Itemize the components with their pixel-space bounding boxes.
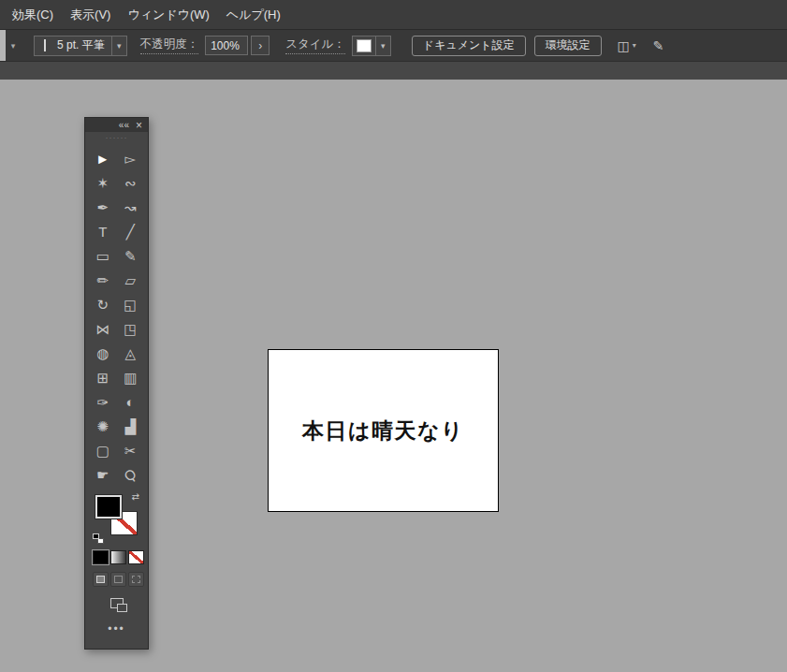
draw-modes-row [93,572,148,587]
document-tab-strip [0,62,787,80]
opacity-input[interactable] [205,36,248,55]
menubar: 効果(C) 表示(V) ウィンドウ(W) ヘルプ(H) [0,0,787,29]
width-tool-icon: ⋈ [95,322,109,336]
preferences-button[interactable]: 環境設定 [534,36,602,56]
eraser-tool-icon: ▱ [124,273,136,287]
curvature-tool[interactable]: ↝ [117,195,145,219]
style-label[interactable]: スタイル： [285,37,345,54]
pen-tool[interactable]: ✒ [89,195,117,219]
brush-stroke-preview [35,37,55,55]
menu-view[interactable]: 表示(V) [62,0,119,29]
magic-wand-tool-icon: ✶ [96,176,109,190]
eyedropper-tool[interactable]: ✑ [89,389,117,414]
paint-none-button[interactable] [128,550,144,564]
zoom-tool[interactable]: Ϙ [117,462,145,487]
draw-inside-button[interactable] [128,572,144,587]
fill-stroke-indicator: ⇄ [93,492,140,547]
edit-document-icon[interactable]: ✎ [653,38,664,53]
screen-mode-button[interactable] [107,595,127,611]
menu-window[interactable]: ウィンドウ(W) [119,0,217,29]
clipped-dropdown[interactable]: ▾ [6,41,21,51]
gradient-tool[interactable]: ▥ [117,365,145,389]
eyedropper-tool-icon: ✑ [96,395,109,409]
scale-tool-icon: ◱ [124,298,137,312]
perspective-grid-tool[interactable]: ◬ [117,341,145,365]
lasso-tool[interactable]: ∾ [117,170,145,195]
artboard-tool[interactable]: ▢ [89,438,117,462]
free-transform-tool[interactable]: ◳ [117,316,145,341]
menu-help[interactable]: ヘルプ(H) [218,0,289,29]
type-tool-icon: T [98,225,107,239]
magic-wand-tool[interactable]: ✶ [89,170,117,195]
opacity-presets-button[interactable]: › [251,36,270,55]
selection-tool[interactable]: ► [89,146,117,170]
paint-gradient-button[interactable] [110,550,126,564]
draw-behind-icon [114,576,123,583]
chevron-down-icon: ▾ [11,41,16,51]
opacity-label[interactable]: 不透明度： [140,37,199,54]
canvas-pasteboard[interactable]: «« × ······ ►▻✶∾✒↝T╱▭✎✏▱↻◱⋈◳◍◬⊞▥✑◐✺▟▢✂☛Ϙ… [0,80,787,672]
eraser-tool[interactable]: ▱ [117,268,145,292]
brush-label: 5 pt. 平筆 [55,37,111,53]
direct-selection-tool[interactable]: ▻ [117,146,145,170]
chevron-right-icon: › [258,39,262,52]
paintbrush-tool-icon: ✎ [124,249,137,263]
rectangle-tool-icon: ▭ [96,249,109,263]
artboard-text[interactable]: 本日は晴天なり [302,416,464,446]
app-window: 効果(C) 表示(V) ウィンドウ(W) ヘルプ(H) ▾ 5 pt. 平筆 ▾… [0,0,787,672]
shaper-tool-icon: ✏ [96,273,109,287]
default-fill-stroke-icon[interactable] [93,533,104,544]
hand-tool-icon: ☛ [96,468,109,482]
tools-grid: ►▻✶∾✒↝T╱▭✎✏▱↻◱⋈◳◍◬⊞▥✑◐✺▟▢✂☛Ϙ [85,144,148,487]
blend-tool[interactable]: ◐ [117,389,145,414]
menu-effect[interactable]: 効果(C) [4,0,62,29]
mesh-tool-icon: ⊞ [96,371,109,385]
column-graph-tool[interactable]: ▟ [117,414,145,438]
scale-tool[interactable]: ◱ [117,292,145,316]
symbol-sprayer-tool[interactable]: ✺ [89,414,117,438]
more-tools-button[interactable]: ••• [85,623,148,635]
shaper-tool[interactable]: ✏ [89,268,117,292]
document-setup-button[interactable]: ドキュメント設定 [412,36,526,56]
artboard[interactable]: 本日は晴天なり [268,349,499,512]
slice-tool[interactable]: ✂ [117,438,145,462]
panel-drag-grip[interactable]: ······ [85,132,148,144]
draw-normal-icon [96,576,105,583]
column-graph-tool-icon: ▟ [124,419,136,433]
close-panel-icon[interactable]: × [136,120,142,131]
hand-tool[interactable]: ☛ [89,462,117,487]
collapse-panel-icon[interactable]: «« [119,121,129,130]
selection-tool-icon: ► [95,152,109,166]
shape-builder-tool[interactable]: ◍ [89,341,117,365]
reference-point-selector[interactable]: ◫ ▾ [618,38,636,53]
shape-builder-tool-icon: ◍ [96,346,109,360]
type-tool[interactable]: T [89,219,117,243]
mesh-tool[interactable]: ⊞ [89,365,117,389]
gradient-tool-icon: ▥ [124,371,137,385]
symbol-sprayer-tool-icon: ✺ [96,419,109,433]
chevron-down-icon[interactable]: ▾ [111,37,126,55]
paintbrush-tool[interactable]: ✎ [117,243,145,268]
free-transform-tool-icon: ◳ [124,322,137,336]
line-segment-tool[interactable]: ╱ [117,219,145,243]
chevron-down-icon[interactable]: ▾ [375,37,390,55]
screen-mode-icon [110,598,124,608]
swap-fill-stroke-icon[interactable]: ⇄ [132,492,139,502]
rotate-tool-icon: ↻ [96,298,109,312]
draw-behind-button[interactable] [110,572,126,587]
chevron-down-icon: ▾ [633,41,636,50]
fill-swatch-black[interactable] [95,494,123,519]
artboard-tool-icon: ▢ [96,444,109,458]
brush-definition-select[interactable]: 5 pt. 平筆 ▾ [34,36,127,56]
width-tool[interactable]: ⋈ [89,316,117,341]
rectangle-tool[interactable]: ▭ [89,243,117,268]
tools-panel-header: «« × [85,118,148,132]
draw-normal-button[interactable] [93,572,109,587]
rotate-tool[interactable]: ↻ [89,292,117,316]
paint-color-button[interactable] [93,550,109,564]
perspective-grid-tool-icon: ◬ [124,346,136,360]
blend-tool-icon: ◐ [126,395,135,409]
style-swatch-select[interactable]: ▾ [352,36,391,56]
direct-selection-tool-icon: ▻ [124,152,136,166]
paint-type-row [93,550,148,564]
